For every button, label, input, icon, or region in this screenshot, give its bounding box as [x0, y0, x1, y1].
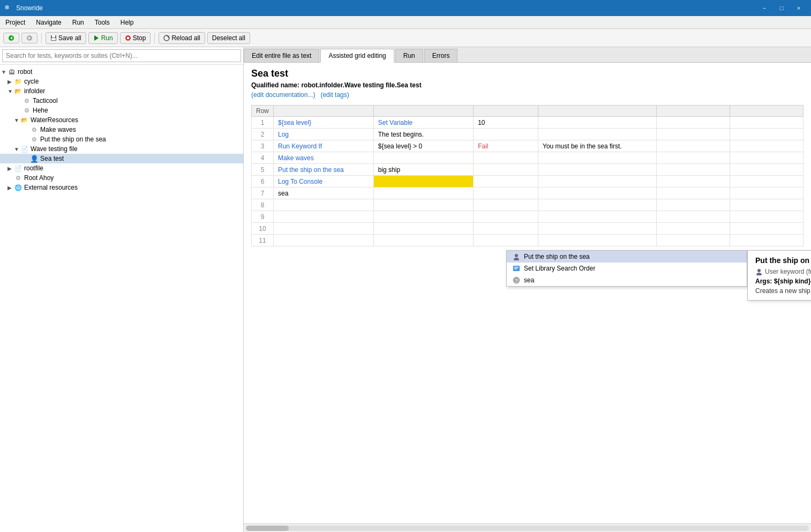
cell-3-1[interactable]: Run Keyword If	[274, 140, 374, 152]
tab-run[interactable]: Run	[395, 49, 423, 62]
cell-1-6[interactable]	[730, 117, 803, 129]
cell-10-3[interactable]	[474, 223, 538, 235]
cell-5-1[interactable]: Put the ship on the sea	[274, 164, 374, 176]
cell-8-6[interactable]	[730, 199, 803, 211]
tree-item-hehe[interactable]: ▶ ⚙ Hehe	[0, 106, 243, 115]
cell-4-1[interactable]: Make waves	[274, 152, 374, 164]
cell-5-5[interactable]	[656, 164, 730, 176]
tree-item-seatest[interactable]: ▶ 👤 Sea test	[0, 154, 243, 163]
stop-button[interactable]: Stop	[120, 32, 151, 44]
minimize-button[interactable]: −	[756, 3, 772, 13]
close-button[interactable]: ×	[791, 3, 807, 13]
menu-project[interactable]: Project	[0, 18, 31, 27]
cell-11-4[interactable]	[538, 235, 657, 246]
tree-item-robot[interactable]: ▼ robot	[0, 67, 243, 77]
cell-2-3[interactable]	[474, 129, 538, 140]
scroll-thumb[interactable]	[246, 526, 289, 531]
cell-10-1[interactable]	[274, 223, 374, 235]
cell-6-2[interactable]	[373, 176, 473, 188]
maximize-button[interactable]: □	[774, 3, 790, 13]
cell-11-2[interactable]	[373, 235, 473, 246]
menu-run[interactable]: Run	[67, 18, 89, 27]
menu-help[interactable]: Help	[115, 18, 139, 27]
cell-1-1[interactable]: ${sea level}	[274, 117, 374, 129]
cell-4-2[interactable]	[373, 152, 473, 164]
tree-item-cycle[interactable]: ▶ 📁 cycle	[0, 77, 243, 86]
tab-edit-text[interactable]: Edit entire file as text	[244, 49, 319, 62]
cell-11-3[interactable]	[474, 235, 538, 246]
cell-6-3[interactable]	[474, 176, 538, 188]
tree-item-externalresources[interactable]: ▶ 🌐 External resources	[0, 183, 243, 192]
cell-9-3[interactable]	[474, 211, 538, 223]
cell-7-5[interactable]	[656, 188, 730, 199]
cell-2-1[interactable]: Log	[274, 129, 374, 140]
cell-1-5[interactable]	[656, 117, 730, 129]
save-all-button[interactable]: Save all	[46, 32, 86, 44]
cell-3-5[interactable]	[656, 140, 730, 152]
reload-all-button[interactable]: Reload all	[159, 32, 205, 44]
autocomplete-item-sea[interactable]: ? sea	[507, 274, 747, 286]
tree-item-makewaves[interactable]: ▶ ⚙ Make waves	[0, 125, 243, 134]
cell-3-4[interactable]: You must be in the sea first.	[538, 140, 657, 152]
cell-9-2[interactable]	[373, 211, 473, 223]
cell-3-3[interactable]: Fail	[474, 140, 538, 152]
tree-item-infolder[interactable]: ▼ 📂 infolder	[0, 86, 243, 96]
cell-9-5[interactable]	[656, 211, 730, 223]
cell-8-3[interactable]	[474, 199, 538, 211]
cell-11-6[interactable]	[730, 235, 803, 246]
cell-8-1[interactable]	[274, 199, 374, 211]
run-button[interactable]: Run	[88, 32, 118, 44]
tree-item-rootahoy[interactable]: ▶ ⚙ Root Ahoy	[0, 173, 243, 183]
cell-10-5[interactable]	[656, 223, 730, 235]
cell-6-4[interactable]	[538, 176, 657, 188]
cell-10-4[interactable]	[538, 223, 657, 235]
cell-10-2[interactable]	[373, 223, 473, 235]
forward-button[interactable]	[21, 33, 37, 43]
cell-7-2[interactable]	[373, 188, 473, 199]
cell-3-2[interactable]: ${sea level} > 0	[373, 140, 473, 152]
cell-6-5[interactable]	[656, 176, 730, 188]
cell-3-6[interactable]	[730, 140, 803, 152]
menu-tools[interactable]: Tools	[89, 18, 115, 27]
cell-6-1[interactable]: Log To Console	[274, 176, 374, 188]
cell-1-3[interactable]: 10	[474, 117, 538, 129]
cell-4-5[interactable]	[656, 152, 730, 164]
cell-1-4[interactable]	[538, 117, 657, 129]
tab-assisted-grid[interactable]: Assisted grid editing	[320, 49, 394, 63]
cell-10-6[interactable]	[730, 223, 803, 235]
cell-4-4[interactable]	[538, 152, 657, 164]
tree-item-tacticool[interactable]: ▶ ⚙ Tacticool	[0, 96, 243, 106]
cell-11-1[interactable]	[274, 235, 374, 246]
search-input[interactable]	[2, 49, 241, 62]
edit-tags-link[interactable]: (edit tags)	[320, 91, 349, 99]
edit-doc-link[interactable]: (edit documentation...)	[251, 91, 315, 99]
cell-5-6[interactable]	[730, 164, 803, 176]
cell-9-6[interactable]	[730, 211, 803, 223]
cell-8-4[interactable]	[538, 199, 657, 211]
tree-item-wavetestfile[interactable]: ▼ 📄 Wave testing file	[0, 144, 243, 154]
cell-7-4[interactable]	[538, 188, 657, 199]
cell-2-2[interactable]: The test begins.	[373, 129, 473, 140]
cell-9-1[interactable]	[274, 211, 374, 223]
cell-1-2[interactable]: Set Variable	[373, 117, 473, 129]
cell-7-3[interactable]	[474, 188, 538, 199]
cell-4-3[interactable]	[474, 152, 538, 164]
cell-2-6[interactable]	[730, 129, 803, 140]
scroll-track[interactable]	[246, 526, 809, 531]
cell-2-4[interactable]	[538, 129, 657, 140]
cell-5-4[interactable]	[538, 164, 657, 176]
deselect-all-button[interactable]: Deselect all	[207, 32, 250, 44]
cell-7-6[interactable]	[730, 188, 803, 199]
cell-9-4[interactable]	[538, 211, 657, 223]
cell-4-6[interactable]	[730, 152, 803, 164]
cell-6-6[interactable]	[730, 176, 803, 188]
cell-8-5[interactable]	[656, 199, 730, 211]
tree-item-rootfile[interactable]: ▶ 📄 rootfile	[0, 163, 243, 173]
cell-11-5[interactable]	[656, 235, 730, 246]
autocomplete-item-put-ship[interactable]: Put the ship on the sea	[507, 251, 747, 263]
cell-5-3[interactable]	[474, 164, 538, 176]
tree-item-putship[interactable]: ▶ ⚙ Put the ship on the sea	[0, 134, 243, 144]
back-button[interactable]	[3, 33, 19, 43]
cell-7-1[interactable]: sea	[274, 188, 374, 199]
cell-5-2[interactable]: big ship	[373, 164, 473, 176]
